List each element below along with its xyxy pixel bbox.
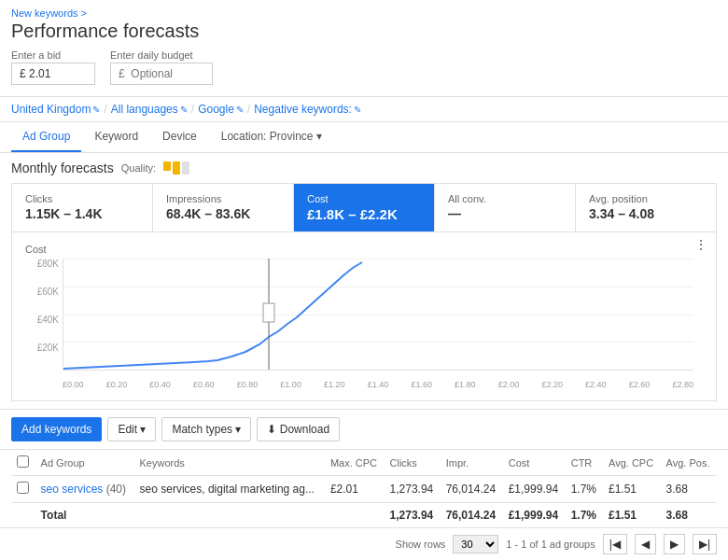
col-cost: Cost <box>503 450 566 476</box>
row-checkbox[interactable] <box>17 482 29 494</box>
quality-icons <box>163 161 189 175</box>
cost-line-svg <box>63 259 693 370</box>
table-container: Ad Group Keywords Max. CPC Clicks Impr. … <box>0 450 728 527</box>
total-impr: 76,014.24 <box>441 503 503 528</box>
metric-avg-position[interactable]: Avg. position 3.34 – 4.08 <box>576 184 716 231</box>
network-filter[interactable]: Google ✎ <box>198 103 244 116</box>
total-row: Total 1,273.94 76,014.24 £1,999.94 1.7% … <box>11 503 717 528</box>
total-avg-pos: 3.68 <box>661 503 717 528</box>
select-all-checkbox[interactable] <box>17 455 29 468</box>
tab-keyword[interactable]: Keyword <box>83 122 149 152</box>
bid-label: Enter a bid <box>11 49 95 61</box>
chart-title: Cost <box>25 244 703 255</box>
quality-bar-2 <box>173 161 180 175</box>
section-header: Monthly forecasts Quality: <box>0 153 728 179</box>
edit-icon: ✎ <box>236 105 244 115</box>
chart-container: £80K £60K £40K £20K <box>25 259 703 389</box>
rows-per-page-select[interactable]: 30 50 100 <box>453 535 498 553</box>
pagination-bar: Show rows 30 50 100 1 - 1 of 1 ad groups… <box>0 527 728 560</box>
table-row: seo services (40) seo services, digital … <box>11 476 717 503</box>
tabs-bar: Ad Group Keyword Device Location: Provin… <box>0 122 728 153</box>
total-avg-cpc: £1.51 <box>603 503 661 528</box>
edit-icon: ✎ <box>180 105 188 115</box>
svg-rect-1 <box>263 303 274 322</box>
col-ctr: CTR <box>566 450 603 476</box>
metrics-card: Clicks 1.15K – 1.4K Impressions 68.4K – … <box>11 183 717 401</box>
col-keywords: Keywords <box>134 450 325 476</box>
chart-area: Cost ⋮ £80K £60K £40K £20K <box>12 232 716 400</box>
metrics-row: Clicks 1.15K – 1.4K Impressions 68.4K – … <box>12 184 716 232</box>
impr-cell: 76,014.24 <box>441 476 503 503</box>
last-page-button[interactable]: ▶| <box>693 534 717 554</box>
download-button[interactable]: ⬇ Download <box>257 417 340 441</box>
section-title: Monthly forecasts <box>11 161 114 175</box>
x-axis: £0.00 £0.20 £0.40 £0.60 £0.80 £1.00 £1.2… <box>63 380 693 389</box>
filters-bar: United Kingdom ✎ / All languages ✎ / Goo… <box>0 97 728 122</box>
language-filter[interactable]: All languages ✎ <box>111 103 188 116</box>
quality-label: Quality: <box>121 162 156 174</box>
edit-button[interactable]: Edit ▾ <box>107 417 156 441</box>
budget-input[interactable] <box>110 63 213 85</box>
metric-impressions[interactable]: Impressions 68.4K – 83.6K <box>153 184 294 231</box>
edit-icon: ✎ <box>354 105 361 115</box>
quality-bar-3 <box>182 161 189 175</box>
first-page-button[interactable]: |◀ <box>603 534 627 554</box>
max-cpc-cell: £2.01 <box>325 476 385 503</box>
total-clicks: 1,273.94 <box>385 503 441 528</box>
prev-page-button[interactable]: ◀ <box>635 534 656 554</box>
table-header-row: Ad Group Keywords Max. CPC Clicks Impr. … <box>11 450 717 476</box>
pagination-range: 1 - 1 of 1 ad groups <box>506 539 595 550</box>
total-cost: £1,999.94 <box>503 503 566 528</box>
avg-pos-cell: 3.68 <box>661 476 717 503</box>
next-page-button[interactable]: ▶ <box>664 534 685 554</box>
quality-bar-1 <box>163 161 171 171</box>
y-axis: £80K £60K £40K £20K <box>25 259 59 371</box>
chart-body <box>63 259 693 371</box>
ctr-cell: 1.7% <box>566 476 603 503</box>
tab-ad-group[interactable]: Ad Group <box>11 122 81 152</box>
total-ctr: 1.7% <box>566 503 603 528</box>
more-options-icon[interactable]: ⋮ <box>695 238 707 251</box>
negative-keywords-filter[interactable]: Negative keywords: ✎ <box>254 103 361 116</box>
col-max-cpc: Max. CPC <box>325 450 385 476</box>
bid-input[interactable] <box>11 63 95 85</box>
breadcrumb: New keywords > <box>11 7 717 19</box>
toolbar: Add keywords Edit ▾ Match types ▾ ⬇ Down… <box>0 409 728 450</box>
metric-clicks[interactable]: Clicks 1.15K – 1.4K <box>12 184 153 231</box>
keywords-cell: seo services, digital marketing ag... <box>134 476 325 503</box>
keywords-table: Ad Group Keywords Max. CPC Clicks Impr. … <box>11 450 717 527</box>
col-ad-group: Ad Group <box>35 450 134 476</box>
budget-label: Enter daily budget <box>110 49 213 61</box>
add-keywords-button[interactable]: Add keywords <box>11 417 102 441</box>
show-rows-label: Show rows <box>396 539 446 550</box>
ad-group-cell[interactable]: seo services (40) <box>35 476 134 503</box>
metric-cost[interactable]: Cost £1.8K – £2.2K <box>294 184 435 231</box>
tab-device[interactable]: Device <box>151 122 208 152</box>
metric-all-conv[interactable]: All conv. — <box>435 184 576 231</box>
edit-icon: ✎ <box>92 105 100 115</box>
country-filter[interactable]: United Kingdom ✎ <box>11 103 100 116</box>
page-title: Performance forecasts <box>11 21 717 42</box>
avg-cpc-cell: £1.51 <box>603 476 661 503</box>
cost-cell: £1,999.94 <box>503 476 566 503</box>
match-types-button[interactable]: Match types ▾ <box>161 417 251 441</box>
col-impr: Impr. <box>441 450 503 476</box>
col-avg-cpc: Avg. CPC <box>603 450 661 476</box>
col-avg-pos: Avg. Pos. <box>661 450 717 476</box>
clicks-cell: 1,273.94 <box>385 476 441 503</box>
col-clicks: Clicks <box>385 450 441 476</box>
tab-location[interactable]: Location: Province ▾ <box>210 122 333 152</box>
total-label: Total <box>35 503 134 528</box>
